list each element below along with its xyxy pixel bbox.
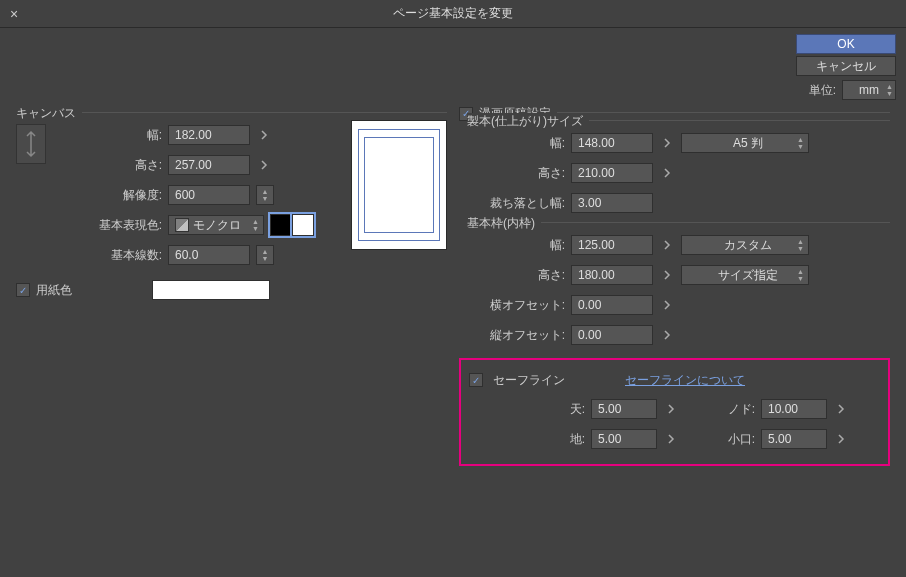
hoffset-label: 横オフセット: bbox=[475, 297, 565, 314]
canvas-height-input[interactable] bbox=[168, 155, 250, 175]
frame-width-input[interactable] bbox=[571, 235, 653, 255]
voffset-input[interactable] bbox=[571, 325, 653, 345]
safe-line-legend: セーフライン bbox=[493, 372, 565, 389]
frame-height-input[interactable] bbox=[571, 265, 653, 285]
chevron-right-icon[interactable] bbox=[663, 401, 679, 417]
safe-spine-input[interactable] bbox=[761, 399, 827, 419]
display-color-label: 基本表現色: bbox=[62, 217, 162, 234]
safe-top-label: 天: bbox=[549, 401, 585, 418]
lines-stepper[interactable]: ▲▼ bbox=[256, 245, 274, 265]
frame-legend: 基本枠(内枠) bbox=[467, 215, 541, 232]
chevron-right-icon[interactable] bbox=[659, 135, 675, 151]
frame-height-label: 高さ: bbox=[475, 267, 565, 284]
binding-height-label: 高さ: bbox=[475, 165, 565, 182]
resolution-input[interactable] bbox=[168, 185, 250, 205]
safe-edge-label: 小口: bbox=[719, 431, 755, 448]
chevron-right-icon[interactable] bbox=[659, 327, 675, 343]
safe-bottom-label: 地: bbox=[549, 431, 585, 448]
swatch-white[interactable] bbox=[292, 214, 314, 236]
bleed-input[interactable] bbox=[571, 193, 653, 213]
binding-width-input[interactable] bbox=[571, 133, 653, 153]
chevron-right-icon[interactable] bbox=[659, 165, 675, 181]
paper-color-swatch[interactable] bbox=[152, 280, 270, 300]
frame-sizemode-select[interactable]: サイズ指定 ▲▼ bbox=[681, 265, 809, 285]
safe-spine-label: ノド: bbox=[719, 401, 755, 418]
unit-label: 単位: bbox=[809, 82, 836, 99]
binding-height-input[interactable] bbox=[571, 163, 653, 183]
canvas-legend: キャンバス bbox=[16, 105, 82, 122]
safe-bottom-input[interactable] bbox=[591, 429, 657, 449]
display-color-select[interactable]: モノクロ ▲▼ bbox=[168, 215, 264, 235]
voffset-label: 縦オフセット: bbox=[475, 327, 565, 344]
chevron-right-icon[interactable] bbox=[256, 127, 272, 143]
chevron-right-icon[interactable] bbox=[659, 297, 675, 313]
chevron-right-icon[interactable] bbox=[256, 157, 272, 173]
canvas-width-input[interactable] bbox=[168, 125, 250, 145]
swatch-black[interactable] bbox=[270, 214, 292, 236]
paper-color-label: 用紙色 bbox=[36, 282, 72, 299]
frame-preset-select[interactable]: カスタム ▲▼ bbox=[681, 235, 809, 255]
orientation-toggle[interactable] bbox=[16, 124, 46, 164]
ok-button[interactable]: OK bbox=[796, 34, 896, 54]
canvas-height-label: 高さ: bbox=[62, 157, 162, 174]
page-preview bbox=[351, 120, 447, 250]
resolution-stepper[interactable]: ▲▼ bbox=[256, 185, 274, 205]
resolution-label: 解像度: bbox=[62, 187, 162, 204]
lines-input[interactable] bbox=[168, 245, 250, 265]
frame-width-label: 幅: bbox=[475, 237, 565, 254]
safe-line-about-link[interactable]: セーフラインについて bbox=[625, 372, 745, 389]
unit-select[interactable]: mm ▲▼ bbox=[842, 80, 896, 100]
safe-top-input[interactable] bbox=[591, 399, 657, 419]
safe-edge-input[interactable] bbox=[761, 429, 827, 449]
bleed-label: 裁ち落とし幅: bbox=[475, 195, 565, 212]
safe-line-checkbox[interactable]: ✓ bbox=[469, 373, 483, 387]
binding-width-label: 幅: bbox=[475, 135, 565, 152]
chevron-right-icon[interactable] bbox=[663, 431, 679, 447]
lines-label: 基本線数: bbox=[62, 247, 162, 264]
chevron-right-icon[interactable] bbox=[833, 401, 849, 417]
binding-legend: 製本(仕上がり)サイズ bbox=[467, 113, 589, 130]
dialog-title: ページ基本設定を変更 bbox=[28, 5, 878, 22]
chevron-right-icon[interactable] bbox=[833, 431, 849, 447]
monochrome-icon bbox=[175, 218, 189, 232]
chevron-right-icon[interactable] bbox=[659, 267, 675, 283]
binding-preset-select[interactable]: A5 判 ▲▼ bbox=[681, 133, 809, 153]
hoffset-input[interactable] bbox=[571, 295, 653, 315]
paper-color-checkbox[interactable]: ✓ bbox=[16, 283, 30, 297]
chevron-right-icon[interactable] bbox=[659, 237, 675, 253]
close-icon[interactable]: × bbox=[0, 6, 28, 22]
cancel-button[interactable]: キャンセル bbox=[796, 56, 896, 76]
safe-line-section: ✓ セーフライン セーフラインについて 天: 地: bbox=[459, 358, 890, 466]
canvas-width-label: 幅: bbox=[62, 127, 162, 144]
